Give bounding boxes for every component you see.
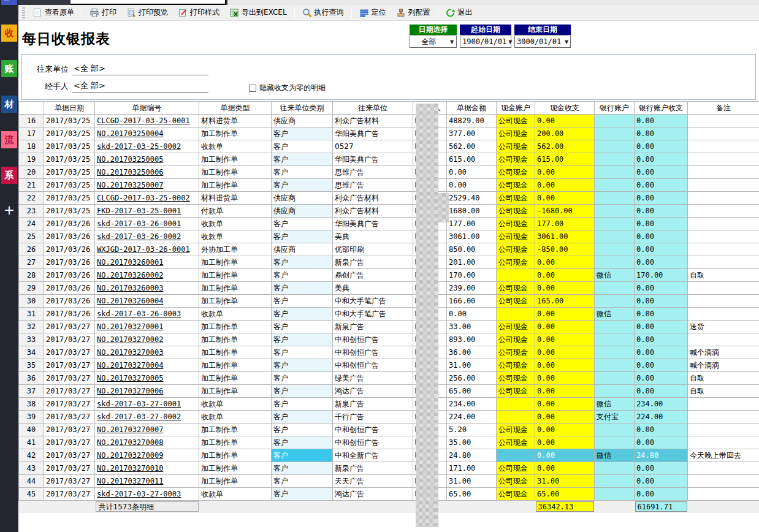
remark-cell[interactable]	[688, 153, 759, 166]
partner-cell[interactable]: 利众广告材料	[333, 205, 413, 218]
partner-type-cell[interactable]: 客户	[272, 256, 333, 269]
doc-type-cell[interactable]: 外协加工单	[199, 243, 272, 256]
cash-account-cell[interactable]: 公司现金	[497, 424, 535, 436]
row-number[interactable]: 25	[19, 230, 44, 243]
partner-cell[interactable]: 华阳美典广告	[333, 127, 413, 140]
cash-account-cell[interactable]: 公司现金	[497, 462, 535, 475]
bank-account-cell[interactable]	[595, 153, 635, 166]
cash-flow-cell[interactable]: -1680.00	[535, 205, 595, 218]
bank-account-cell[interactable]	[595, 115, 635, 127]
doc-type-cell[interactable]: 加工制作单	[199, 295, 272, 308]
remark-cell[interactable]	[688, 140, 759, 153]
bank-flow-cell[interactable]: 0.00	[635, 488, 688, 501]
row-number[interactable]: 39	[19, 411, 44, 424]
bank-flow-cell[interactable]: 0.00	[635, 179, 688, 192]
amount-cell[interactable]: 24.80	[447, 449, 497, 462]
sidebar-item-system[interactable]: 系	[1, 167, 17, 184]
doc-no-link[interactable]: skd-2017-03-25-0002	[95, 140, 199, 153]
bank-account-cell[interactable]	[595, 205, 635, 218]
remark-cell[interactable]	[688, 115, 759, 127]
remark-cell[interactable]	[688, 398, 759, 411]
partner-type-cell[interactable]: 客户	[272, 359, 333, 372]
bank-account-cell[interactable]	[595, 475, 635, 488]
partner-cell[interactable]: 华阳美典广告	[333, 153, 413, 166]
amount-cell[interactable]: 234.00	[447, 398, 497, 411]
col-amount[interactable]: 单据金额	[447, 102, 497, 115]
doc-type-cell[interactable]: 加工制作单	[199, 256, 272, 269]
bank-flow-cell[interactable]: 0.00	[635, 424, 688, 436]
remark-cell[interactable]	[688, 424, 759, 436]
doc-date-cell[interactable]: 2017/03/26	[44, 295, 95, 308]
active-tab[interactable]	[71, 0, 226, 5]
partner-cell[interactable]: 千行广告	[333, 411, 413, 424]
doc-type-cell[interactable]: 材料进货单	[199, 115, 272, 127]
doc-no-link[interactable]: skd-2017-03-27-0001	[95, 398, 199, 411]
doc-type-cell[interactable]: 加工制作单	[199, 179, 272, 192]
doc-date-cell[interactable]: 2017/03/26	[44, 256, 95, 269]
bank-account-cell[interactable]	[595, 333, 635, 346]
partner-cell[interactable]: 绿美广告	[333, 372, 413, 385]
doc-date-cell[interactable]: 2017/03/26	[44, 269, 95, 282]
sidebar-item-cashier[interactable]: 收	[1, 25, 17, 42]
bank-flow-cell[interactable]: 0.00	[635, 256, 688, 269]
doc-type-cell[interactable]: 加工制作单	[199, 282, 272, 295]
cash-flow-cell[interactable]: 177.00	[535, 218, 595, 230]
doc-no-link[interactable]: CLCGD-2017-03-25-0002	[95, 192, 199, 205]
partner-type-cell[interactable]: 客户	[272, 398, 333, 411]
doc-type-cell[interactable]: 加工制作单	[199, 127, 272, 140]
doc-type-cell[interactable]: 收款单	[199, 230, 272, 243]
bank-account-cell[interactable]	[595, 436, 635, 449]
partner-filter-field[interactable]: <全 部>	[72, 63, 208, 75]
bank-account-cell[interactable]	[595, 321, 635, 333]
locate-button[interactable]: 定位	[354, 6, 391, 20]
cash-flow-cell[interactable]: 200.00	[535, 127, 595, 140]
partner-cell[interactable]: 优部印刷	[333, 243, 413, 256]
row-number[interactable]: 37	[19, 385, 44, 398]
doc-type-cell[interactable]: 收款单	[199, 308, 272, 321]
bank-account-cell[interactable]	[595, 372, 635, 385]
doc-type-cell[interactable]: 加工制作单	[199, 462, 272, 475]
cash-flow-cell[interactable]: 3061.00	[535, 230, 595, 243]
doc-type-cell[interactable]: 加工制作单	[199, 153, 272, 166]
bank-account-cell[interactable]	[595, 295, 635, 308]
cash-flow-cell[interactable]: 0.00	[535, 282, 595, 295]
amount-cell[interactable]: 850.00	[447, 243, 497, 256]
bank-flow-cell[interactable]: 0.00	[635, 295, 688, 308]
doc-date-cell[interactable]: 2017/03/27	[44, 488, 95, 501]
amount-cell[interactable]: 256.00	[447, 372, 497, 385]
doc-no-link[interactable]: NO.201703270003	[95, 346, 199, 359]
doc-date-cell[interactable]: 2017/03/25	[44, 192, 95, 205]
remark-cell[interactable]	[688, 230, 759, 243]
remark-cell[interactable]	[688, 308, 759, 321]
handler-filter-field[interactable]: <全 部>	[72, 80, 208, 93]
partner-cell[interactable]: 新泉广告	[333, 256, 413, 269]
bank-account-cell[interactable]: 支付宝	[595, 411, 635, 424]
bank-flow-cell[interactable]: 0.00	[635, 308, 688, 321]
bank-account-cell[interactable]	[595, 218, 635, 230]
bank-flow-cell[interactable]: 0.00	[635, 321, 688, 333]
doc-type-cell[interactable]: 加工制作单	[199, 333, 272, 346]
sidebar-item-account[interactable]: 账	[1, 60, 17, 77]
doc-date-cell[interactable]: 2017/03/27	[44, 385, 95, 398]
doc-no-link[interactable]: NO.201703270011	[95, 475, 199, 488]
doc-date-cell[interactable]: 2017/03/27	[44, 346, 95, 359]
bank-flow-cell[interactable]: 0.00	[635, 140, 688, 153]
partner-type-cell[interactable]: 客户	[272, 218, 333, 230]
row-number[interactable]: 29	[19, 282, 44, 295]
cash-account-cell[interactable]: 公司现金	[497, 282, 535, 295]
partner-type-cell[interactable]: 客户	[272, 385, 333, 398]
partner-cell[interactable]: 天天广告	[333, 475, 413, 488]
bank-account-cell[interactable]	[595, 243, 635, 256]
remark-cell[interactable]	[688, 192, 759, 205]
bank-flow-cell[interactable]: 0.00	[635, 475, 688, 488]
remark-cell[interactable]	[688, 218, 759, 230]
hide-zero-checkbox-group[interactable]: 隐藏收支为零的明细	[249, 83, 326, 93]
bank-account-cell[interactable]	[595, 256, 635, 269]
bank-flow-cell[interactable]: 0.00	[635, 282, 688, 295]
amount-cell[interactable]: 48829.00	[447, 115, 497, 127]
partner-cell[interactable]: 中和大手笔广告	[333, 295, 413, 308]
doc-no-link[interactable]: NO.201703250006	[95, 166, 199, 179]
bank-flow-cell[interactable]: 224.00	[635, 411, 688, 424]
doc-date-cell[interactable]: 2017/03/27	[44, 321, 95, 333]
doc-no-link[interactable]: NO.201703260004	[95, 295, 199, 308]
